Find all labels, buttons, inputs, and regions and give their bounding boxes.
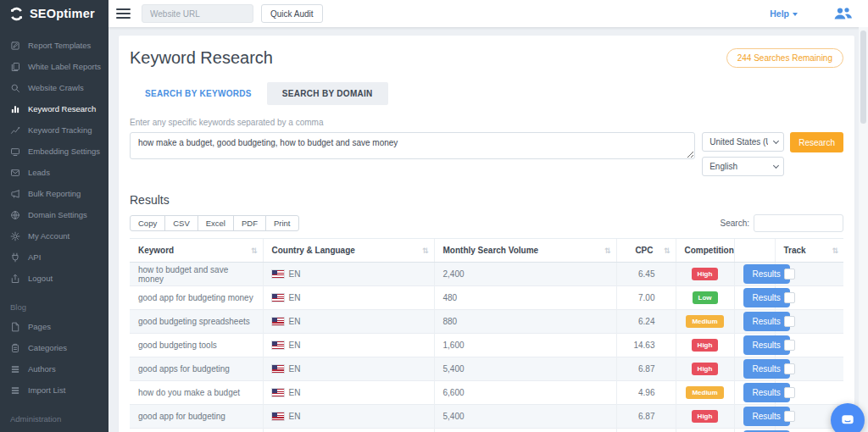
sidebar-item-domain-settings[interactable]: Domain Settings — [0, 204, 108, 225]
cpc-cell: 4.96 — [616, 381, 676, 405]
track-checkbox[interactable] — [784, 316, 795, 327]
country-select[interactable]: United States (US) — [702, 132, 784, 152]
sidebar-item-leads[interactable]: Leads — [0, 162, 108, 183]
results-cell: Results — [734, 263, 775, 286]
track-checkbox[interactable] — [784, 292, 795, 303]
cpc-cell: 6.87 — [616, 357, 676, 381]
language-code: EN — [289, 269, 301, 279]
results-button[interactable]: Results — [743, 264, 790, 284]
us-flag-icon — [272, 318, 284, 325]
sidebar-item-label: Domain Settings — [28, 210, 87, 219]
export-excel-button[interactable]: Excel — [198, 215, 234, 231]
sort-icon: ⇅ — [604, 246, 611, 255]
content-card: Keyword Research 244 Searches Remaining … — [119, 36, 854, 432]
research-button[interactable]: Research — [790, 132, 843, 152]
brand-logo[interactable]: SEOptimer — [0, 0, 108, 27]
help-menu[interactable]: Help — [770, 8, 798, 19]
pages-icon — [10, 322, 20, 332]
track-checkbox[interactable] — [784, 340, 795, 351]
export-print-button[interactable]: Print — [265, 215, 299, 231]
results-button[interactable]: Results — [743, 407, 790, 426]
sidebar-item-report-templates[interactable]: Report Templates — [0, 35, 108, 56]
column-header-track[interactable]: Track⇅ — [775, 239, 843, 263]
results-button[interactable]: Results — [743, 288, 790, 307]
results-button[interactable]: Results — [743, 383, 790, 402]
track-checkbox[interactable] — [784, 411, 795, 422]
export-copy-button[interactable]: Copy — [130, 215, 165, 231]
language-select[interactable]: English — [702, 157, 784, 176]
chat-widget-button[interactable] — [831, 403, 865, 432]
sidebar-item-reseller-settings[interactable]: Reseller Settings — [0, 428, 108, 432]
sidebar-item-white-label-reports[interactable]: White Label Reports — [0, 56, 108, 77]
sort-icon: ⇅ — [832, 246, 838, 255]
sidebar-item-label: Leads — [28, 168, 50, 177]
sidebar-item-my-account[interactable]: My Account — [0, 225, 108, 246]
search-volume-cell: 880 — [434, 310, 616, 334]
results-button[interactable]: Results — [743, 359, 790, 379]
categories-icon — [10, 343, 20, 353]
tab-search-by-domain[interactable]: SEARCH BY DOMAIN — [267, 82, 388, 105]
tab-search-by-keywords[interactable]: SEARCH BY KEYWORDS — [130, 82, 267, 105]
hamburger-menu-icon[interactable] — [116, 7, 131, 21]
sidebar-item-categories[interactable]: Categories — [0, 337, 108, 358]
sidebar-item-website-crawls[interactable]: Website Crawls — [0, 77, 108, 98]
results-button[interactable]: Results — [743, 312, 790, 331]
keywords-textarea[interactable]: how make a budget, good budgeting, how t… — [130, 132, 695, 159]
competition-cell: High — [676, 334, 734, 357]
sidebar-item-pages[interactable]: Pages — [0, 316, 108, 337]
keyword-cell: good budgeting — [130, 429, 263, 432]
column-header-country-language[interactable]: Country & Language⇅ — [263, 239, 434, 263]
competition-cell: High — [676, 263, 734, 286]
website-url-input[interactable] — [142, 4, 253, 23]
column-header-keyword[interactable]: Keyword⇅ — [130, 239, 263, 263]
us-flag-icon — [272, 365, 284, 373]
country-language-cell: EN — [263, 357, 434, 381]
white-label-reports-icon — [10, 62, 20, 72]
search-volume-cell: 1,600 — [434, 334, 616, 357]
track-checkbox[interactable] — [784, 269, 795, 280]
brand-name: SEOptimer — [30, 7, 95, 20]
cpc-cell: 6.45 — [616, 263, 676, 286]
table-search-input[interactable] — [754, 214, 843, 232]
export-button-group: CopyCSVExcelPDFPrint — [130, 215, 299, 231]
track-checkbox[interactable] — [784, 387, 795, 398]
sidebar-item-embedding-settings[interactable]: Embedding Settings — [0, 141, 108, 162]
results-button[interactable]: Results — [743, 335, 790, 355]
column-header-cpc[interactable]: CPC⇅ — [616, 239, 676, 263]
column-header-monthly-search-volume[interactable]: Monthly Search Volume⇅ — [434, 239, 616, 263]
sidebar-item-label: API — [28, 252, 41, 262]
sidebar-item-keyword-research[interactable]: Keyword Research — [0, 98, 108, 119]
page-scrollbar[interactable] — [859, 27, 868, 432]
track-checkbox[interactable] — [784, 363, 795, 374]
search-volume-cell: 480 — [434, 286, 616, 310]
table-row: how to budget and save moneyEN2,4006.45H… — [130, 263, 843, 286]
export-pdf-button[interactable]: PDF — [233, 215, 266, 231]
sort-icon: ⇅ — [422, 246, 429, 255]
table-row: good apps for budgetingEN5,4006.87HighRe… — [130, 357, 843, 381]
sidebar-item-api[interactable]: API — [0, 246, 108, 268]
sidebar-item-authors[interactable]: Authors — [0, 358, 108, 379]
export-csv-button[interactable]: CSV — [164, 215, 198, 231]
keyword-cell: good app for budgeting money — [130, 286, 263, 310]
keyword-tracking-icon — [10, 125, 20, 136]
scrollbar-thumb[interactable] — [860, 30, 866, 124]
sidebar-item-label: Keyword Research — [28, 104, 96, 114]
help-label: Help — [770, 8, 789, 19]
authors-icon — [10, 364, 20, 374]
cpc-cell: 14.63 — [616, 334, 676, 357]
users-icon[interactable] — [833, 7, 853, 20]
sidebar-item-logout[interactable]: Logout — [0, 268, 108, 289]
sidebar-item-label: Website Crawls — [28, 83, 84, 92]
sidebar-item-label: Import List — [28, 385, 65, 395]
search-mode-tabs: SEARCH BY KEYWORDSSEARCH BY DOMAIN — [130, 82, 843, 105]
us-flag-icon — [272, 389, 284, 396]
keyword-cell: good apps for budgeting — [130, 357, 263, 381]
column-label: Monthly Search Volume — [443, 246, 539, 255]
table-row: good budgeting spreadsheetsEN8806.24Medi… — [130, 310, 843, 334]
competition-cell: High — [676, 405, 734, 429]
competition-cell: High — [676, 357, 734, 381]
sidebar-item-keyword-tracking[interactable]: Keyword Tracking — [0, 119, 108, 141]
sidebar-item-bulk-reporting[interactable]: Bulk Reporting — [0, 183, 108, 204]
quick-audit-button[interactable]: Quick Audit — [261, 4, 323, 23]
sidebar-item-import-list[interactable]: Import List — [0, 379, 108, 401]
